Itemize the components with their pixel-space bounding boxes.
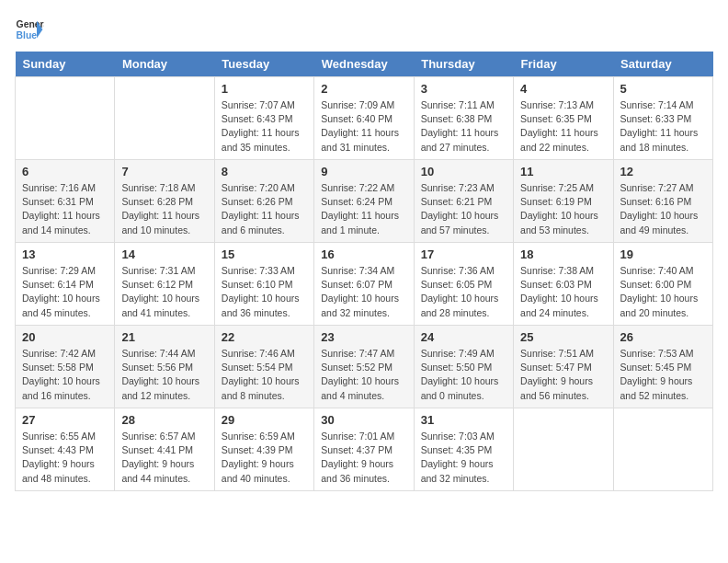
day-number: 26 <box>620 330 706 344</box>
day-number: 7 <box>121 165 207 178</box>
calendar-cell: 5Sunrise: 7:14 AM Sunset: 6:33 PM Daylig… <box>613 77 712 160</box>
day-number: 22 <box>222 330 307 344</box>
calendar-cell: 14Sunrise: 7:31 AM Sunset: 6:12 PM Dayli… <box>115 243 214 326</box>
calendar-cell: 9Sunrise: 7:22 AM Sunset: 6:24 PM Daylig… <box>314 160 414 243</box>
cell-info: Sunrise: 7:44 AM Sunset: 5:56 PM Dayligh… <box>121 347 207 403</box>
day-number: 17 <box>421 247 506 261</box>
day-number: 8 <box>222 165 307 178</box>
calendar-cell: 12Sunrise: 7:27 AM Sunset: 6:16 PM Dayli… <box>613 160 712 243</box>
day-number: 1 <box>222 82 307 96</box>
calendar-cell: 13Sunrise: 7:29 AM Sunset: 6:14 PM Dayli… <box>16 243 115 326</box>
day-number: 29 <box>222 413 307 427</box>
day-number: 9 <box>321 165 406 178</box>
header: General Blue <box>15 15 713 44</box>
calendar-cell: 19Sunrise: 7:40 AM Sunset: 6:00 PM Dayli… <box>613 243 712 326</box>
cell-info: Sunrise: 7:42 AM Sunset: 5:58 PM Dayligh… <box>22 347 108 403</box>
calendar-cell: 11Sunrise: 7:25 AM Sunset: 6:19 PM Dayli… <box>514 160 613 243</box>
day-number: 20 <box>22 330 108 344</box>
day-number: 30 <box>321 413 406 427</box>
header-saturday: Saturday <box>613 52 712 77</box>
calendar-cell: 2Sunrise: 7:09 AM Sunset: 6:40 PM Daylig… <box>314 77 414 160</box>
day-number: 2 <box>321 82 406 96</box>
cell-info: Sunrise: 7:22 AM Sunset: 6:24 PM Dayligh… <box>321 181 406 237</box>
header-friday: Friday <box>514 52 613 77</box>
calendar-cell: 28Sunrise: 6:57 AM Sunset: 4:41 PM Dayli… <box>115 408 214 491</box>
calendar-cell: 30Sunrise: 7:01 AM Sunset: 4:37 PM Dayli… <box>314 408 414 491</box>
cell-info: Sunrise: 7:34 AM Sunset: 6:07 PM Dayligh… <box>321 264 406 320</box>
calendar-cell: 22Sunrise: 7:46 AM Sunset: 5:54 PM Dayli… <box>214 326 313 408</box>
cell-info: Sunrise: 7:40 AM Sunset: 6:00 PM Dayligh… <box>620 264 706 320</box>
cell-info: Sunrise: 7:14 AM Sunset: 6:33 PM Dayligh… <box>620 98 706 155</box>
cell-info: Sunrise: 7:25 AM Sunset: 6:19 PM Dayligh… <box>520 181 606 237</box>
calendar-cell: 15Sunrise: 7:33 AM Sunset: 6:10 PM Dayli… <box>214 243 313 326</box>
calendar-cell: 3Sunrise: 7:11 AM Sunset: 6:38 PM Daylig… <box>414 77 513 160</box>
calendar-cell: 17Sunrise: 7:36 AM Sunset: 6:05 PM Dayli… <box>414 243 513 326</box>
day-number: 10 <box>421 165 506 178</box>
calendar-header-row: SundayMondayTuesdayWednesdayThursdayFrid… <box>16 52 713 77</box>
cell-info: Sunrise: 7:11 AM Sunset: 6:38 PM Dayligh… <box>421 98 506 155</box>
calendar-cell: 7Sunrise: 7:18 AM Sunset: 6:28 PM Daylig… <box>115 160 214 243</box>
calendar-cell: 26Sunrise: 7:53 AM Sunset: 5:45 PM Dayli… <box>613 326 712 408</box>
logo-icon: General Blue <box>15 15 44 44</box>
day-number: 19 <box>620 247 706 261</box>
cell-info: Sunrise: 7:51 AM Sunset: 5:47 PM Dayligh… <box>520 347 606 403</box>
cell-info: Sunrise: 7:23 AM Sunset: 6:21 PM Dayligh… <box>421 181 506 237</box>
day-number: 15 <box>222 247 307 261</box>
calendar-cell: 8Sunrise: 7:20 AM Sunset: 6:26 PM Daylig… <box>214 160 313 243</box>
calendar-cell: 16Sunrise: 7:34 AM Sunset: 6:07 PM Dayli… <box>314 243 414 326</box>
day-number: 16 <box>321 247 406 261</box>
cell-info: Sunrise: 7:31 AM Sunset: 6:12 PM Dayligh… <box>121 264 207 320</box>
cell-info: Sunrise: 7:01 AM Sunset: 4:37 PM Dayligh… <box>321 430 406 486</box>
calendar-cell: 29Sunrise: 6:59 AM Sunset: 4:39 PM Dayli… <box>214 408 313 491</box>
calendar-cell: 6Sunrise: 7:16 AM Sunset: 6:31 PM Daylig… <box>16 160 115 243</box>
day-number: 28 <box>121 413 207 427</box>
calendar-week-row: 1Sunrise: 7:07 AM Sunset: 6:43 PM Daylig… <box>16 77 713 160</box>
day-number: 14 <box>121 247 207 261</box>
header-thursday: Thursday <box>414 52 513 77</box>
calendar-cell: 10Sunrise: 7:23 AM Sunset: 6:21 PM Dayli… <box>414 160 513 243</box>
calendar-cell: 1Sunrise: 7:07 AM Sunset: 6:43 PM Daylig… <box>214 77 313 160</box>
cell-info: Sunrise: 6:57 AM Sunset: 4:41 PM Dayligh… <box>121 430 207 486</box>
header-tuesday: Tuesday <box>214 52 313 77</box>
day-number: 3 <box>421 82 506 96</box>
calendar-cell <box>514 408 613 491</box>
header-wednesday: Wednesday <box>314 52 414 77</box>
calendar-week-row: 27Sunrise: 6:55 AM Sunset: 4:43 PM Dayli… <box>16 408 713 491</box>
day-number: 21 <box>121 330 207 344</box>
day-number: 12 <box>620 165 706 178</box>
day-number: 31 <box>421 413 506 427</box>
calendar-cell: 25Sunrise: 7:51 AM Sunset: 5:47 PM Dayli… <box>514 326 613 408</box>
calendar-cell: 21Sunrise: 7:44 AM Sunset: 5:56 PM Dayli… <box>115 326 214 408</box>
day-number: 13 <box>22 247 108 261</box>
day-number: 18 <box>520 247 606 261</box>
cell-info: Sunrise: 7:53 AM Sunset: 5:45 PM Dayligh… <box>620 347 706 403</box>
cell-info: Sunrise: 7:07 AM Sunset: 6:43 PM Dayligh… <box>222 98 307 155</box>
cell-info: Sunrise: 7:03 AM Sunset: 4:35 PM Dayligh… <box>421 430 506 486</box>
cell-info: Sunrise: 7:16 AM Sunset: 6:31 PM Dayligh… <box>22 181 108 237</box>
cell-info: Sunrise: 7:33 AM Sunset: 6:10 PM Dayligh… <box>222 264 307 320</box>
cell-info: Sunrise: 7:46 AM Sunset: 5:54 PM Dayligh… <box>222 347 307 403</box>
calendar-cell <box>16 77 115 160</box>
cell-info: Sunrise: 7:49 AM Sunset: 5:50 PM Dayligh… <box>421 347 506 403</box>
cell-info: Sunrise: 7:13 AM Sunset: 6:35 PM Dayligh… <box>520 98 606 155</box>
calendar-cell <box>613 408 712 491</box>
cell-info: Sunrise: 7:09 AM Sunset: 6:40 PM Dayligh… <box>321 98 406 155</box>
day-number: 11 <box>520 165 606 178</box>
calendar-table: SundayMondayTuesdayWednesdayThursdayFrid… <box>15 52 713 491</box>
calendar-week-row: 20Sunrise: 7:42 AM Sunset: 5:58 PM Dayli… <box>16 326 713 408</box>
cell-info: Sunrise: 7:27 AM Sunset: 6:16 PM Dayligh… <box>620 181 706 237</box>
calendar-cell: 4Sunrise: 7:13 AM Sunset: 6:35 PM Daylig… <box>514 77 613 160</box>
header-monday: Monday <box>115 52 214 77</box>
cell-info: Sunrise: 7:18 AM Sunset: 6:28 PM Dayligh… <box>121 181 207 237</box>
calendar-cell <box>115 77 214 160</box>
cell-info: Sunrise: 7:47 AM Sunset: 5:52 PM Dayligh… <box>321 347 406 403</box>
calendar-cell: 27Sunrise: 6:55 AM Sunset: 4:43 PM Dayli… <box>16 408 115 491</box>
cell-info: Sunrise: 6:59 AM Sunset: 4:39 PM Dayligh… <box>222 430 307 486</box>
calendar-week-row: 13Sunrise: 7:29 AM Sunset: 6:14 PM Dayli… <box>16 243 713 326</box>
calendar-cell: 23Sunrise: 7:47 AM Sunset: 5:52 PM Dayli… <box>314 326 414 408</box>
calendar-cell: 31Sunrise: 7:03 AM Sunset: 4:35 PM Dayli… <box>414 408 513 491</box>
calendar-week-row: 6Sunrise: 7:16 AM Sunset: 6:31 PM Daylig… <box>16 160 713 243</box>
cell-info: Sunrise: 7:38 AM Sunset: 6:03 PM Dayligh… <box>520 264 606 320</box>
calendar-cell: 20Sunrise: 7:42 AM Sunset: 5:58 PM Dayli… <box>16 326 115 408</box>
day-number: 23 <box>321 330 406 344</box>
